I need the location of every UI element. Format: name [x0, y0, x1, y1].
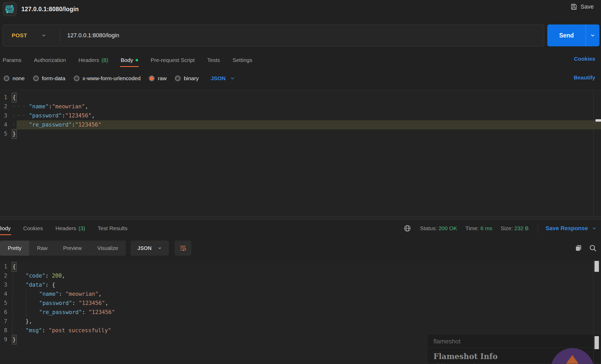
time-label: Time:: [465, 225, 479, 231]
code-line[interactable]: 5"password": "123456",: [0, 299, 601, 308]
code-token: "meowrian": [65, 290, 98, 299]
code-token: :: [45, 271, 52, 280]
code-token: "name": [39, 290, 59, 299]
send-options-caret[interactable]: [586, 33, 599, 38]
code-token: "re_password": [29, 120, 72, 129]
tab-headers[interactable]: Headers (8): [78, 53, 109, 67]
time-value: 6 ms: [480, 225, 492, 231]
code-line[interactable]: 4···"re_password":"123456": [0, 120, 601, 129]
code-line[interactable]: 3"data": {: [0, 280, 601, 290]
tab-body[interactable]: Body: [120, 53, 139, 67]
chevron-down-icon: [41, 33, 46, 38]
line-number: 4: [0, 120, 12, 129]
chevron-down-icon: [590, 33, 596, 38]
save-button[interactable]: Save: [570, 3, 594, 10]
tab-settings[interactable]: Settings: [232, 53, 253, 67]
response-view-segments: Pretty Raw Preview Visualize: [0, 241, 126, 256]
code-line[interactable]: 3···"password":"123456",: [0, 111, 601, 120]
body-type-x-www-form-urlencoded[interactable]: x-www-form-urlencoded: [74, 75, 141, 81]
response-tab-headers[interactable]: Headers (3): [55, 222, 86, 235]
scrollbar-thumb[interactable]: [594, 336, 599, 349]
code-line[interactable]: 1{: [0, 93, 601, 102]
indent-guide: [13, 317, 26, 326]
method-selector[interactable]: POST: [3, 32, 60, 39]
meta-divider: [538, 223, 538, 234]
tab-authorization[interactable]: Authorization: [33, 53, 66, 67]
code-line[interactable]: 7},: [0, 317, 601, 326]
search-icon: [588, 244, 597, 253]
method-label: POST: [12, 32, 27, 39]
code-line[interactable]: 1{: [0, 262, 601, 271]
code-token: "name": [29, 102, 49, 111]
scrollbar-thumb[interactable]: [594, 261, 599, 272]
copy-response-button[interactable]: [574, 244, 583, 253]
body-modified-dot: [136, 59, 138, 61]
body-type-form-data[interactable]: form-data: [33, 75, 65, 81]
response-header-bar: Body Cookies Headers (3) Test Results: [0, 220, 601, 237]
network-info-button[interactable]: [403, 224, 412, 233]
tab-label: Body: [121, 57, 133, 63]
word-wrap-button[interactable]: [175, 241, 191, 256]
code-line[interactable]: 5}: [0, 129, 601, 139]
headers-count-badge: (8): [101, 57, 108, 63]
url-bar-divider: [60, 29, 60, 41]
view-raw[interactable]: Raw: [29, 241, 55, 256]
indent-guide: [13, 280, 26, 290]
save-response-button[interactable]: Save Response: [545, 225, 597, 232]
request-editor-overview-ruler[interactable]: [593, 90, 601, 217]
send-label: Send: [547, 32, 586, 39]
code-token: "msg": [26, 326, 42, 335]
chevron-down-icon: [592, 226, 597, 231]
body-type-binary[interactable]: binary: [175, 75, 199, 81]
line-number: 5: [0, 299, 12, 308]
format-label: JSON: [137, 245, 151, 251]
tab-params[interactable]: Params: [2, 53, 22, 67]
line-number: 3: [0, 111, 12, 120]
radio-label: x-www-form-urlencoded: [83, 75, 141, 81]
body-type-raw[interactable]: raw: [149, 75, 167, 81]
code-token: ,: [85, 102, 88, 111]
code-token: :: [49, 102, 52, 111]
tab-label: Pre-request Script: [151, 57, 195, 63]
format-label: JSON: [211, 75, 226, 81]
radio-icon: [33, 76, 39, 81]
time-pair: Time: 6 ms: [465, 225, 492, 231]
body-type-none[interactable]: none: [4, 75, 25, 81]
request-url-bar: POST 127.0.0.1:8080/login: [3, 24, 544, 46]
code-token: :: [62, 111, 65, 120]
radio-label: form-data: [42, 75, 65, 81]
code-line[interactable]: 4"name": "meowrian",: [0, 290, 601, 299]
code-line[interactable]: 2"code": 200,: [0, 271, 601, 280]
pane-resize-handle[interactable]: [0, 217, 601, 220]
postman-app: HTTP 127.0.0.1:8080/login Save POST 127.…: [0, 0, 601, 364]
indent-guide: [26, 308, 39, 317]
request-body-editor[interactable]: 1{2···"name":"meowrian",3···"password":"…: [0, 90, 601, 217]
view-preview[interactable]: Preview: [55, 241, 89, 256]
response-meta: Status: 200 OK Time: 6 ms Size: 232 B Sa…: [403, 220, 597, 237]
globe-icon: [403, 224, 412, 233]
tab-pre-request-script[interactable]: Pre-request Script: [150, 53, 195, 67]
url-input[interactable]: 127.0.0.1:8080/login: [67, 32, 119, 39]
code-line[interactable]: 2···"name":"meowrian",: [0, 102, 601, 111]
segment-label: Visualize: [97, 245, 118, 251]
line-number: 8: [0, 326, 12, 335]
view-visualize[interactable]: Visualize: [89, 241, 126, 256]
send-button[interactable]: Send: [547, 24, 599, 46]
code-token: "123456": [65, 111, 91, 120]
segment-label: Raw: [37, 245, 47, 251]
request-tabs: Params Authorization Headers (8) Body Pr…: [2, 52, 599, 68]
cookies-link[interactable]: Cookies: [574, 56, 595, 62]
view-pretty[interactable]: Pretty: [0, 241, 29, 256]
code-token: ···: [12, 111, 27, 120]
response-tab-cookies[interactable]: Cookies: [23, 222, 44, 235]
raw-format-selector[interactable]: JSON: [211, 75, 235, 81]
tab-tests[interactable]: Tests: [207, 53, 220, 67]
search-response-button[interactable]: [588, 244, 597, 253]
response-tab-test-results[interactable]: Test Results: [97, 222, 128, 235]
beautify-link[interactable]: Beautify: [574, 74, 595, 81]
response-tab-body[interactable]: Body: [0, 222, 11, 235]
code-line[interactable]: 6"re_password": "123456": [0, 308, 601, 317]
response-format-selector[interactable]: JSON: [131, 241, 169, 256]
response-scrollbar-track: [593, 260, 593, 364]
line-number: 3: [0, 280, 12, 290]
